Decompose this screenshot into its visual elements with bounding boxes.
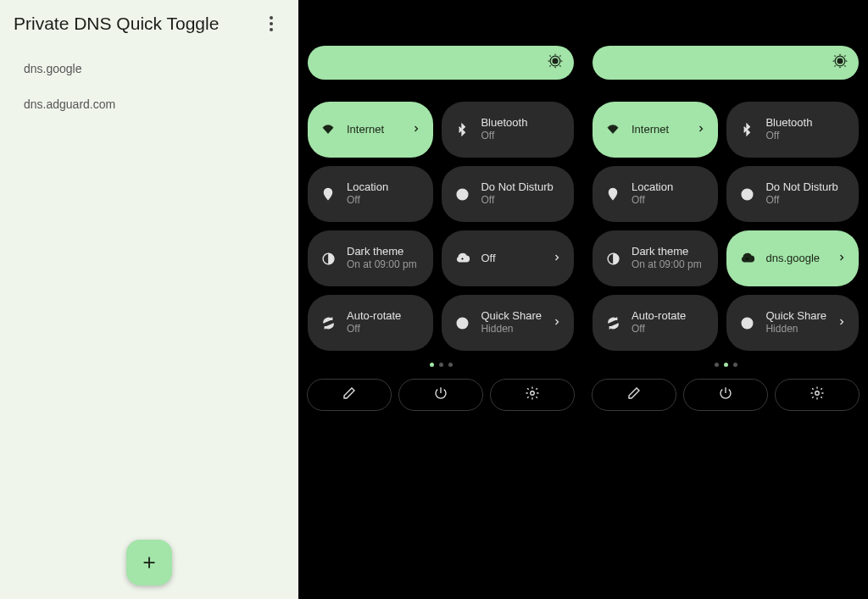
tile-text: BluetoothOff xyxy=(481,116,562,142)
dark-icon xyxy=(320,252,337,266)
power-button[interactable] xyxy=(398,379,483,411)
tile-subtitle: On at 09:00 pm xyxy=(632,258,706,272)
tile-title: Auto-rotate xyxy=(632,309,706,323)
qs-tile-bt[interactable]: BluetoothOff xyxy=(726,102,859,158)
qs-tile-share[interactable]: Quick ShareHidden xyxy=(442,295,574,351)
qs-tile-cloud[interactable]: dns.google xyxy=(726,230,859,286)
pencil-icon xyxy=(342,385,357,404)
qs-tile-rotate[interactable]: Auto-rotateOff xyxy=(593,295,718,351)
tile-text: Do Not DisturbOff xyxy=(765,180,847,207)
tile-text: Auto-rotateOff xyxy=(347,309,421,336)
dot-icon xyxy=(270,22,273,25)
tile-title: Auto-rotate xyxy=(347,309,421,323)
page-dot xyxy=(430,363,434,367)
chevron-right-icon xyxy=(696,122,706,137)
tile-text: Do Not DisturbOff xyxy=(481,180,562,207)
svg-point-17 xyxy=(746,258,748,259)
rotate-icon xyxy=(320,316,337,330)
power-button[interactable] xyxy=(683,379,768,411)
chevron-right-icon xyxy=(552,251,562,266)
brightness-icon xyxy=(832,53,849,73)
dark-icon xyxy=(604,252,621,266)
qs-tile-bt[interactable]: BluetoothOff xyxy=(442,102,574,158)
tile-title: Internet xyxy=(347,123,401,136)
tile-title: Do Not Disturb xyxy=(481,180,562,194)
qs-tile-wifi[interactable]: Internet xyxy=(308,102,433,158)
dot-icon xyxy=(270,16,273,19)
tile-subtitle: Off xyxy=(632,323,706,336)
cloud-icon xyxy=(453,251,470,267)
share-icon xyxy=(738,316,755,330)
tile-grid: InternetBluetoothOffLocationOffDo Not Di… xyxy=(593,102,859,351)
tile-title: Location xyxy=(347,180,421,194)
tile-title: Quick Share xyxy=(765,309,826,323)
app-title: Private DNS Quick Toggle xyxy=(14,14,219,34)
qs-tile-rotate[interactable]: Auto-rotateOff xyxy=(308,295,433,351)
chevron-right-icon xyxy=(837,315,847,330)
svg-point-12 xyxy=(837,58,843,64)
tile-text: LocationOff xyxy=(632,180,706,207)
brightness-slider[interactable] xyxy=(308,46,574,80)
tile-title: Location xyxy=(632,180,706,194)
svg-point-4 xyxy=(326,191,329,193)
bt-icon xyxy=(453,123,470,136)
wifi-icon xyxy=(320,122,337,137)
qs-tile-dnd[interactable]: Do Not DisturbOff xyxy=(726,166,859,222)
tile-subtitle: On at 09:00 pm xyxy=(347,258,421,272)
tile-title: Off xyxy=(481,252,542,265)
svg-point-19 xyxy=(815,391,820,396)
tile-title: Do Not Disturb xyxy=(765,180,847,194)
tile-subtitle: Off xyxy=(347,194,421,208)
plus-icon xyxy=(140,553,159,572)
bt-icon xyxy=(738,123,755,136)
dns-list: dns.google dns.adguard.com xyxy=(0,47,298,125)
chevron-right-icon xyxy=(837,251,847,266)
dnd-icon xyxy=(738,187,755,202)
qs-tile-dark[interactable]: Dark themeOn at 09:00 pm xyxy=(593,230,718,286)
dns-list-item[interactable]: dns.google xyxy=(0,51,298,86)
page-dot xyxy=(448,363,453,367)
page-dot xyxy=(715,363,719,367)
tile-subtitle: Off xyxy=(765,130,847,143)
svg-point-13 xyxy=(611,191,614,193)
page-dot xyxy=(733,363,737,367)
dot-icon xyxy=(270,28,273,31)
settings-button[interactable] xyxy=(775,379,860,411)
tile-subtitle: Off xyxy=(765,194,847,208)
qs-tile-location[interactable]: LocationOff xyxy=(593,166,718,222)
edit-button[interactable] xyxy=(592,379,676,411)
tile-subtitle: Hidden xyxy=(481,323,542,336)
add-dns-fab[interactable] xyxy=(126,540,172,585)
wifi-icon xyxy=(604,122,621,137)
tile-text: Dark themeOn at 09:00 pm xyxy=(632,245,706,271)
qs-tile-location[interactable]: LocationOff xyxy=(308,166,433,222)
rotate-icon xyxy=(604,316,621,330)
qs-tile-dnd[interactable]: Do Not DisturbOff xyxy=(442,166,574,222)
page-dot xyxy=(724,363,728,367)
tile-text: dns.google xyxy=(765,252,826,265)
tile-title: Bluetooth xyxy=(765,116,847,130)
edit-button[interactable] xyxy=(307,379,392,411)
qs-tile-dark[interactable]: Dark themeOn at 09:00 pm xyxy=(308,230,433,286)
qs-tile-wifi[interactable]: Internet xyxy=(593,102,718,158)
page-indicator xyxy=(430,363,453,367)
settings-button[interactable] xyxy=(490,379,575,411)
overflow-menu-button[interactable] xyxy=(261,14,281,34)
tile-title: Dark theme xyxy=(347,245,421,258)
chevron-right-icon xyxy=(552,315,562,330)
location-icon xyxy=(604,187,621,201)
brightness-icon xyxy=(547,53,564,73)
tile-text: LocationOff xyxy=(347,180,421,207)
dns-list-item[interactable]: dns.adguard.com xyxy=(0,86,298,122)
tile-title: Quick Share xyxy=(481,309,542,323)
svg-point-8 xyxy=(461,258,463,259)
qs-tile-share[interactable]: Quick ShareHidden xyxy=(726,295,859,351)
qs-tile-cloud[interactable]: Off xyxy=(442,230,574,286)
tile-title: dns.google xyxy=(765,252,826,265)
quick-settings-area: InternetBluetoothOffLocationOffDo Not Di… xyxy=(298,0,868,599)
cloud-icon xyxy=(738,251,755,267)
tile-title: Bluetooth xyxy=(481,116,562,130)
tile-text: BluetoothOff xyxy=(765,116,847,142)
app-panel: Private DNS Quick Toggle dns.google dns.… xyxy=(0,0,298,599)
brightness-slider[interactable] xyxy=(593,46,859,80)
